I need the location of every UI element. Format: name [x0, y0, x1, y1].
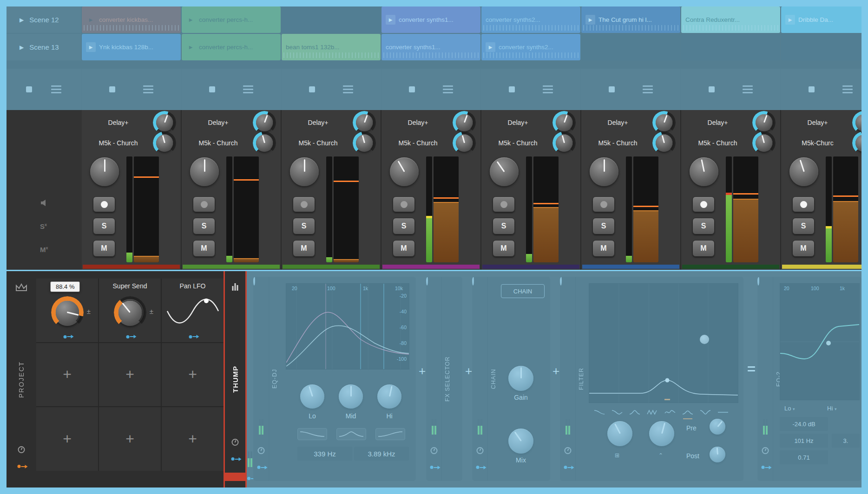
power-icon[interactable] [757, 277, 759, 286]
clip-play-icon[interactable]: ▶ [585, 15, 595, 25]
volume-knob[interactable] [789, 157, 818, 186]
filter-type-comb-icon[interactable] [644, 408, 660, 417]
record-arm-button[interactable] [493, 196, 515, 212]
scene-play-icon[interactable]: ▶ [20, 44, 24, 51]
solo-button[interactable]: S [393, 218, 415, 234]
eq2-lo-band[interactable]: Lo ▾ [784, 405, 795, 412]
filter-type-bandpass-icon[interactable] [627, 408, 643, 417]
clip[interactable]: converter synths2... [481, 6, 580, 33]
automation-lanes-icon[interactable] [343, 85, 353, 93]
solo-button[interactable]: S [792, 218, 815, 234]
plus-minus-icon[interactable]: ± [150, 307, 153, 315]
filter-type-flat-icon[interactable] [715, 408, 731, 417]
empty-remote-slot[interactable]: + [162, 407, 224, 471]
preset-name-label[interactable]: THUMP [225, 271, 245, 488]
clip-stop-button[interactable] [509, 86, 515, 92]
clock-icon[interactable] [476, 447, 483, 454]
eq-dj-spectrum-display[interactable]: 20 100 1k 10k -20 -40 -60 -80 -100 [286, 283, 409, 370]
mute-button[interactable]: M [393, 240, 415, 257]
eq2-hi-band[interactable]: Hi ▾ [827, 405, 836, 412]
routing-icon[interactable]: ⊞ [615, 452, 619, 459]
empty-remote-slot[interactable]: + [36, 343, 98, 407]
power-icon[interactable] [472, 277, 474, 286]
device-knob[interactable] [156, 114, 173, 131]
filter-cutoff-knob[interactable] [607, 421, 632, 446]
clip-stop-button[interactable] [809, 86, 815, 92]
modulation-out-icon[interactable] [257, 466, 265, 469]
scene-header[interactable]: ▶Scene 13 [7, 34, 81, 60]
device-knob[interactable] [256, 134, 273, 152]
cue-speaker-icon[interactable] [40, 199, 49, 208]
device-slot[interactable]: M5k - Church [681, 133, 780, 153]
volume-knob[interactable] [190, 157, 219, 186]
automation-lanes-icon[interactable] [143, 85, 153, 93]
automation-lanes-icon[interactable] [743, 85, 753, 93]
solo-button[interactable]: S [493, 218, 515, 234]
solo-button[interactable]: S [692, 218, 715, 234]
mute-button[interactable]: M [293, 240, 315, 257]
device-slot[interactable]: Delay+ [381, 113, 480, 132]
eq-dj-hi-knob[interactable] [377, 384, 401, 409]
modulation-out-icon[interactable] [564, 466, 572, 469]
hi-shape-button[interactable] [375, 428, 405, 440]
automation-lanes-icon[interactable] [842, 85, 853, 93]
collapsed-separator-icon[interactable] [748, 366, 755, 371]
clip[interactable]: ▶Ynk kickbas 128b... [82, 34, 181, 60]
record-arm-button[interactable] [393, 196, 415, 212]
project-tab-label[interactable]: PROJECT [7, 271, 36, 488]
clip-slot-empty[interactable] [681, 34, 780, 60]
power-icon[interactable] [426, 277, 428, 286]
lo-freq-value[interactable]: 339 Hz [297, 447, 352, 461]
device-knob[interactable] [455, 134, 473, 152]
record-arm-button[interactable] [692, 196, 715, 212]
modulation-out-icon[interactable] [476, 466, 484, 469]
clip[interactable]: ▶converter percs-h... [182, 34, 281, 60]
volume-knob[interactable] [490, 157, 519, 186]
power-icon[interactable] [253, 277, 255, 286]
clip-stop-button[interactable] [709, 86, 715, 92]
eq2-q-value[interactable]: 0.71 [780, 450, 828, 464]
lo-shape-button[interactable] [297, 428, 327, 440]
volume-knob[interactable] [90, 157, 119, 186]
clip-stop-button[interactable] [26, 86, 32, 92]
volume-knob[interactable] [290, 157, 319, 186]
clock-icon[interactable] [564, 447, 571, 454]
device-slot[interactable]: Delay+ [681, 113, 780, 132]
filter-type-lowpass-icon[interactable] [592, 408, 607, 417]
clip-stop-button[interactable] [409, 86, 415, 92]
device-knob[interactable] [355, 114, 373, 131]
plus-minus-icon[interactable]: ± [87, 307, 91, 315]
solo-button[interactable]: S [93, 218, 115, 234]
device-knob[interactable] [156, 134, 173, 152]
clip[interactable]: ▶converter percs-h... [182, 6, 281, 33]
lfo-curve[interactable] [165, 294, 220, 328]
modulation-out-icon[interactable] [761, 466, 769, 469]
device-slot[interactable]: M5k - Church [82, 133, 181, 153]
mute-button[interactable]: M [493, 240, 515, 257]
clip[interactable]: ▶converter kickbas... [82, 6, 181, 33]
device-slot[interactable]: M5k - Church [481, 133, 580, 153]
device-slot[interactable]: Delay+ [481, 113, 580, 132]
filter-type-bell-icon[interactable] [680, 408, 696, 417]
modulation-out-icon[interactable] [430, 466, 438, 469]
scene-header[interactable]: ▶Scene 12 [7, 6, 81, 33]
clip-play-icon[interactable]: ▶ [86, 42, 96, 52]
power-icon[interactable] [560, 277, 562, 286]
device-knob[interactable] [455, 114, 473, 131]
clip-stop-button[interactable] [309, 86, 315, 92]
device-title[interactable]: FILTER [576, 277, 587, 481]
clip-stop-button[interactable] [209, 86, 215, 92]
device-title[interactable]: CHAIN [488, 277, 499, 481]
device-slot[interactable]: Delay+ [581, 113, 680, 132]
add-device-button[interactable]: + [465, 364, 472, 378]
clip-stop-button[interactable] [109, 86, 115, 92]
add-device-button[interactable]: + [419, 364, 426, 378]
automation-lanes-icon[interactable] [443, 85, 453, 93]
pre-gain-knob[interactable] [710, 419, 725, 435]
modulation-out-icon[interactable] [231, 457, 239, 461]
device-slot[interactable]: M5k - Church [282, 133, 381, 153]
clip-slot-empty[interactable] [581, 34, 680, 60]
chain-gain-knob[interactable] [508, 366, 533, 391]
eq-dj-mid-knob[interactable] [339, 384, 363, 409]
automation-lanes-icon[interactable] [543, 85, 553, 93]
